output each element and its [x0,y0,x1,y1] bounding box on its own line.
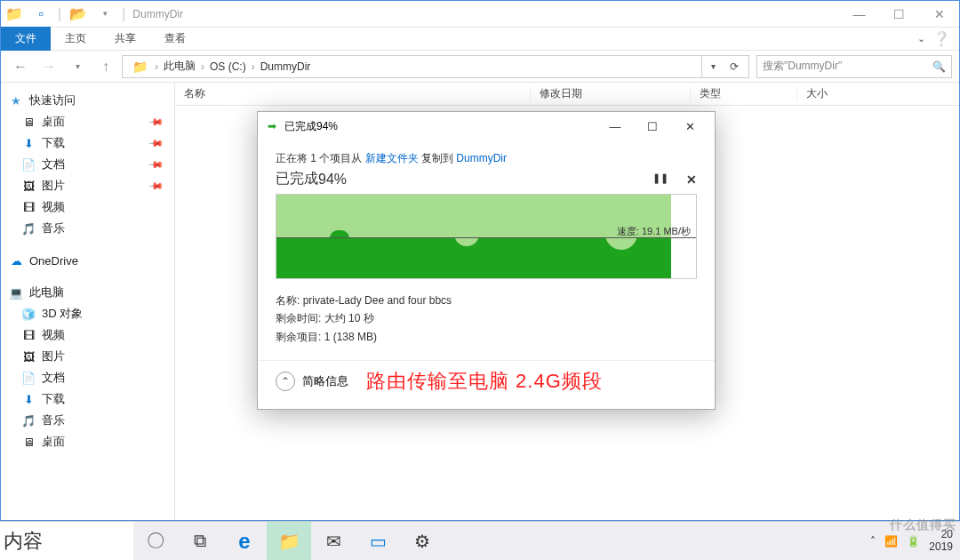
pin-icon: 📌 [147,156,164,172]
copy-items-left: 1 (138 MB) [324,331,377,343]
collapse-label[interactable]: 简略信息 [302,373,348,389]
annotation-text: 路由传输至电脑 2.4G频段 [366,368,603,395]
sidebar-item-documents-2[interactable]: 📄文档 [1,367,174,388]
up-button[interactable]: ↑ [93,54,118,79]
clock-date[interactable]: 2019 [929,541,953,553]
sidebar-onedrive[interactable]: ☁OneDrive [1,250,174,271]
tab-view[interactable]: 查看 [150,27,200,51]
sidebar-item-music[interactable]: 🎵音乐 [1,218,174,239]
help-icon[interactable]: ❔ [932,30,950,47]
sidebar-item-desktop-2[interactable]: 🖥桌面 [1,431,174,452]
search-input[interactable]: 搜索"DummyDir" 🔍 [756,55,952,78]
search-icon[interactable]: 🔍 [932,60,946,73]
col-name[interactable]: 名称 [175,86,531,101]
sidebar-item-music-2[interactable]: 🎵音乐 [1,410,174,431]
copy-footer: ⌃ 简略信息 路由传输至电脑 2.4G频段 [258,360,715,409]
maximize-button[interactable]: ☐ [879,2,919,27]
copy-titlebar: ➡ 已完成 94% — ☐ ✕ [258,112,715,140]
document-icon: 📄 [20,156,36,172]
addr-drop-icon[interactable]: ▾ [702,56,724,77]
search-placeholder: 搜索"DummyDir" [763,59,842,74]
mail-icon[interactable]: ✉ [311,522,356,561]
crumb-thispc[interactable]: 此电脑 [160,59,199,74]
sidebar-item-3d[interactable]: 🧊3D 对象 [1,303,174,324]
collapse-icon[interactable]: ⌃ [276,372,295,391]
battery-icon[interactable]: 🔋 [907,535,920,548]
close-button[interactable]: ✕ [919,2,959,27]
cancel-button[interactable]: ✕ [686,172,697,187]
qa-dropdown-icon[interactable]: ▼ [96,5,114,23]
minimize-button[interactable]: — [839,2,879,27]
chevron-down-icon[interactable]: ⌄ [917,33,925,44]
pin-icon: 📌 [147,177,164,194]
sidebar-item-pictures[interactable]: 🖼图片📌 [1,175,174,196]
qa-save-icon[interactable]: ▫ [32,5,50,23]
pause-button[interactable]: ❚❚ [652,172,668,187]
pin-icon: 📌 [147,113,164,130]
watermark: 什么值得买 [890,517,956,533]
tray-up-icon[interactable]: ˄ [870,535,876,548]
tab-share[interactable]: 共享 [100,27,150,51]
copy-close-button[interactable]: ✕ [672,114,708,139]
download-icon: ⬇ [20,391,36,407]
taskview-icon[interactable]: ⧉ [178,522,222,561]
refresh-icon[interactable]: ⟳ [724,56,745,77]
music-icon: 🎵 [20,412,36,428]
sidebar-item-videos[interactable]: 🎞视频 [1,196,174,218]
cortana-icon[interactable]: 〇 [133,522,178,561]
settings-icon[interactable]: ⚙ [400,522,444,561]
copy-arrow-icon: ➡ [265,119,279,133]
address-bar[interactable]: 📁 › 此电脑 › OS (C:) › DummyDir ▾ ⟳ [122,55,749,78]
sidebar-item-videos-2[interactable]: 🎞视频 [1,324,174,346]
sidebar-item-downloads-2[interactable]: ⬇下载 [1,388,174,410]
whiteboard-icon[interactable]: ▭ [356,522,400,561]
col-size[interactable]: 大小 [797,86,886,101]
forward-button[interactable]: → [36,54,61,79]
sidebar-item-desktop[interactable]: 🖥桌面📌 [1,111,174,132]
copy-window-controls: — ☐ ✕ [597,114,708,139]
crumb-folder[interactable]: DummyDir [257,60,315,73]
file-tab[interactable]: 文件 [1,27,51,51]
edge-icon[interactable]: e [222,522,267,561]
crumb-drive[interactable]: OS (C:) [206,60,250,73]
cropped-text: 内容 [0,522,133,560]
copy-src-link[interactable]: 新建文件夹 [365,152,419,164]
star-icon: ★ [8,92,24,108]
addr-buttons: ▾ ⟳ [701,56,745,77]
document-icon: 📄 [20,370,36,386]
back-button[interactable]: ← [8,54,33,79]
copy-progress-pct: 94% [318,172,347,188]
copy-desc: 正在将 1 个项目从 新建文件夹 复制到 DummyDir [276,151,697,166]
sidebar-item-downloads[interactable]: ⬇下载📌 [1,132,174,154]
recent-dropdown[interactable]: ▾ [65,54,90,79]
explorer-taskbar-icon[interactable]: 📁 [267,522,311,561]
folder-icon: 📁 [5,5,23,23]
copy-body: 正在将 1 个项目从 新建文件夹 复制到 DummyDir 已完成 94% ❚❚… [258,140,715,351]
sidebar-item-pictures-2[interactable]: 🖼图片 [1,346,174,367]
col-type[interactable]: 类型 [691,86,797,101]
addr-folder-icon: 📁 [131,58,148,76]
copy-minimize-button[interactable]: — [597,114,633,139]
cloud-icon: ☁ [8,252,24,268]
pc-icon: 💻 [8,284,24,300]
tab-home[interactable]: 主页 [51,27,100,51]
copy-maximize-button[interactable]: ☐ [635,114,670,139]
copy-meta: 名称: private-Lady Dee and four bbcs 剩余时间:… [276,292,697,346]
copy-item-name: private-Lady Dee and four bbcs [303,294,452,307]
window-title: DummyDir [132,8,183,20]
titlebar: 📁 ▫ | 📂 ▼ | DummyDir — ☐ ✕ [1,1,959,28]
sidebar-label: 快速访问 [29,92,76,108]
titlebar-sep-2: | [122,6,125,22]
music-icon: 🎵 [20,220,36,236]
ribbon: 文件 主页 共享 查看 ⌄ ❔ [1,28,959,51]
col-date[interactable]: 修改日期 [531,86,691,101]
speed-graph: 速度: 19.1 MB/秒 [276,194,697,279]
sidebar-item-documents[interactable]: 📄文档📌 [1,154,174,175]
column-headers: 名称 修改日期 类型 大小 [175,83,959,106]
copy-dst-link[interactable]: DummyDir [456,152,507,164]
download-icon: ⬇ [20,135,36,151]
sidebar-thispc[interactable]: 💻此电脑 [1,282,174,303]
wifi-icon[interactable]: 📶 [884,535,898,548]
sidebar-quick-access[interactable]: ★ 快速访问 [1,90,174,111]
ribbon-help: ⌄ ❔ [917,30,959,47]
